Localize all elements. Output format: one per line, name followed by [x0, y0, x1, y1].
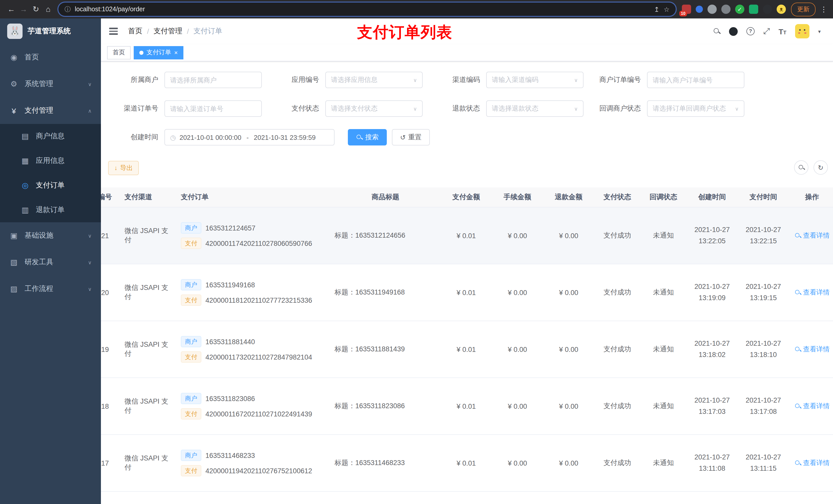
extension-icon-5[interactable]: ✓	[735, 5, 744, 14]
app-frame: 🐰 芋道管理系统 ◉ 首页 ⚙ 系统管理 ∨ ¥ 支付管理 ∧	[0, 19, 833, 504]
breadcrumb-payment[interactable]: 支付管理	[154, 27, 182, 36]
export-button[interactable]: ↓ 导出	[108, 161, 139, 175]
browser-back-button[interactable]: ←	[5, 0, 18, 19]
sidebar-logo[interactable]: 🐰 芋道管理系统	[0, 19, 101, 44]
browser-update-button[interactable]: 更新	[791, 2, 815, 16]
channel-order-no-input[interactable]	[164, 100, 262, 117]
logo-title: 芋道管理系统	[28, 27, 71, 36]
cell-id: 19	[101, 321, 120, 378]
sidebar-item-app-info[interactable]: ▦ 应用信息	[0, 148, 101, 173]
refund-status-select[interactable]: 请选择退款状态 ∨	[486, 100, 584, 117]
cell-refund-amount: ¥ 0.00	[543, 435, 594, 491]
cell-channel: 微信 JSAPI 支付	[120, 378, 177, 434]
toggle-search-button[interactable]	[794, 160, 808, 175]
field-label: 应用编号	[269, 75, 325, 85]
extension-icon-7[interactable]	[763, 5, 772, 14]
sidebar-item-refund-order[interactable]: ▥ 退款订单	[0, 198, 101, 222]
sidebar-toggle-icon[interactable]	[108, 26, 119, 37]
date-range-input[interactable]: ◷ 2021-10-01 00:00:00 - 2021-10-31 23:59…	[164, 129, 335, 145]
breadcrumb-home[interactable]: 首页	[128, 27, 142, 36]
header-id: 编号	[101, 188, 120, 207]
merchant-order-no-input[interactable]	[647, 72, 744, 88]
field-label: 商户订单编号	[591, 75, 647, 85]
extension-icon-6[interactable]	[749, 5, 758, 14]
site-info-icon[interactable]: ⓘ	[65, 5, 71, 14]
cell-order: 商户1635311157264	[177, 492, 330, 504]
extension-icon-3[interactable]	[708, 5, 717, 14]
sidebar-item-infra[interactable]: ▣ 基础设施 ∨	[0, 222, 101, 249]
browser-forward-button[interactable]: →	[18, 0, 30, 19]
chevron-down-icon: ∨	[574, 77, 578, 83]
sidebar-item-label: 支付订单	[36, 181, 65, 190]
cell-id: 20	[101, 264, 120, 321]
github-icon[interactable]	[729, 27, 738, 35]
channel-code-select[interactable]: 请输入渠道编码 ∨	[486, 72, 584, 88]
url-bar[interactable]: ⓘ localhost:1024/pay/order ↥ ☆	[58, 3, 676, 16]
browser-reload-button[interactable]: ↻	[30, 0, 42, 19]
server-icon: ▣	[9, 231, 19, 240]
cell-create-time: 2021-10-2713:11:08	[687, 435, 738, 491]
cell-channel: 微信 JSAPI 支付	[120, 321, 177, 378]
sidebar-item-merchant-info[interactable]: ▤ 商户信息	[0, 124, 101, 148]
user-avatar[interactable]	[795, 24, 809, 39]
cell-notify-status: 未通知	[640, 264, 687, 321]
sidebar-item-workflow[interactable]: ▨ 工作流程 ∨	[0, 275, 101, 302]
extension-icon-1[interactable]: 10	[682, 5, 691, 14]
view-detail-link[interactable]: 查看详情	[794, 231, 830, 240]
pay-status-select[interactable]: 请选择支付状态 ∨	[325, 100, 423, 117]
header-actions: 操作	[789, 188, 833, 207]
font-size-icon[interactable]: TT	[779, 27, 786, 35]
extension-icon-2[interactable]	[696, 6, 703, 13]
sidebar-item-pay-order[interactable]: ◎ 支付订单	[0, 173, 101, 198]
merchant-order-line: 商户1635311823086	[181, 393, 255, 404]
search-button[interactable]: 搜索	[348, 129, 387, 145]
merchant-tag: 商户	[181, 279, 201, 290]
app-id-select[interactable]: 请选择应用信息 ∨	[325, 72, 423, 88]
tab-pay-order[interactable]: 支付订单 ×	[134, 46, 184, 59]
extension-icon-4[interactable]	[721, 5, 731, 14]
header-fee-amount: 手续金额	[492, 188, 543, 207]
chevron-down-icon[interactable]: ▾	[818, 28, 821, 34]
share-icon[interactable]: ↥	[654, 5, 660, 13]
view-detail-link[interactable]: 查看详情	[794, 345, 830, 354]
reset-button[interactable]: ↺ 重置	[392, 129, 430, 145]
button-label: 搜索	[365, 133, 379, 142]
refresh-table-button[interactable]: ↻	[813, 160, 828, 175]
merchant-order-line: 商户1635311468233	[181, 450, 255, 461]
browser-menu-icon[interactable]: ⋮	[820, 5, 828, 13]
merchant-input[interactable]	[164, 72, 262, 88]
bookmark-star-icon[interactable]: ☆	[664, 5, 670, 13]
fullscreen-icon[interactable]: ⤢	[763, 27, 770, 35]
browser-home-button[interactable]: ⌂	[42, 0, 54, 19]
search-icon[interactable]	[714, 28, 720, 34]
view-detail-link[interactable]: 查看详情	[794, 402, 830, 411]
pay-order-line: 支付4200001173202110272847982104	[181, 351, 312, 363]
view-detail-link[interactable]: 查看详情	[794, 288, 830, 297]
browser-chrome: ← → ↻ ⌂ ⓘ localhost:1024/pay/order ↥ ☆ 1…	[0, 0, 833, 19]
select-placeholder: 请输入渠道编码	[492, 75, 539, 85]
magnifier-icon	[795, 290, 801, 295]
cell-create-time: 2021-10-2713:22:05	[687, 208, 738, 264]
notify-status-select[interactable]: 请选择订单回调商户状态 ∨	[647, 100, 744, 117]
view-detail-link[interactable]: 查看详情	[794, 458, 830, 467]
sidebar-item-home[interactable]: ◉ 首页	[0, 44, 101, 71]
search-icon	[799, 165, 804, 170]
extension-icon-8[interactable]: ᴥ	[777, 5, 786, 14]
sidebar: 🐰 芋道管理系统 ◉ 首页 ⚙ 系统管理 ∨ ¥ 支付管理 ∧	[0, 19, 101, 504]
help-icon[interactable]: ?	[746, 27, 755, 35]
sidebar-item-system[interactable]: ⚙ 系统管理 ∨	[0, 71, 101, 97]
cell-fee-amount: ¥ 0.00	[492, 321, 543, 378]
tab-home[interactable]: 首页	[107, 46, 130, 59]
pay-order-line: 支付4200001167202110271022491439	[181, 408, 312, 419]
cell-actions: 查看详情	[789, 321, 833, 378]
cell-actions: 查看详情	[789, 264, 833, 321]
sidebar-item-payment[interactable]: ¥ 支付管理 ∧	[0, 97, 101, 124]
table-header: 编号 支付渠道 支付订单 商品标题 支付金额 手续金额 退款金额 支付状态 回调…	[101, 188, 833, 208]
document-icon: ▥	[21, 206, 30, 215]
sidebar-item-devtools[interactable]: ▧ 研发工具 ∨	[0, 249, 101, 275]
cell-pay-time: 2021-10-2713:22:15	[738, 208, 789, 264]
cell-actions: 查看详情	[789, 435, 833, 491]
tab-label: 支付订单	[146, 48, 171, 57]
table-row: 商户1635311157264	[101, 492, 833, 504]
close-icon[interactable]: ×	[174, 49, 178, 55]
